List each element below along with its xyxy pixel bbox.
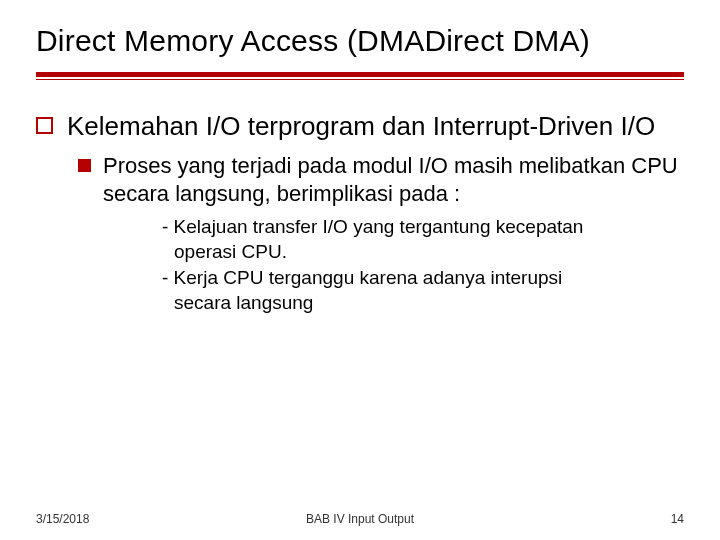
list-item-level3: - Kelajuan transfer I/O yang tergantung … — [146, 215, 684, 264]
slide-title: Direct Memory Access (DMADirect DMA) — [36, 22, 684, 60]
title-rule — [36, 72, 684, 80]
list-item-level3: - Kerja CPU terganggu karena adanya inte… — [146, 266, 684, 315]
square-outline-icon — [36, 117, 53, 134]
bullet-text: Kelemahan I/O terprogram dan Interrupt-D… — [67, 110, 684, 143]
slide-body: Kelemahan I/O terprogram dan Interrupt-D… — [36, 110, 684, 316]
list-item-level1: Kelemahan I/O terprogram dan Interrupt-D… — [36, 110, 684, 143]
footer-page-number: 14 — [671, 512, 684, 526]
list-item-level2: Proses yang terjadi pada modul I/O masih… — [78, 152, 684, 207]
slide-footer: 3/15/2018 BAB IV Input Output 14 — [0, 512, 720, 526]
footer-title: BAB IV Input Output — [0, 512, 720, 526]
slide: Direct Memory Access (DMADirect DMA) Kel… — [0, 0, 720, 540]
footer-date: 3/15/2018 — [36, 512, 89, 526]
square-filled-icon — [78, 159, 91, 172]
bullet-text: Proses yang terjadi pada modul I/O masih… — [103, 152, 684, 207]
